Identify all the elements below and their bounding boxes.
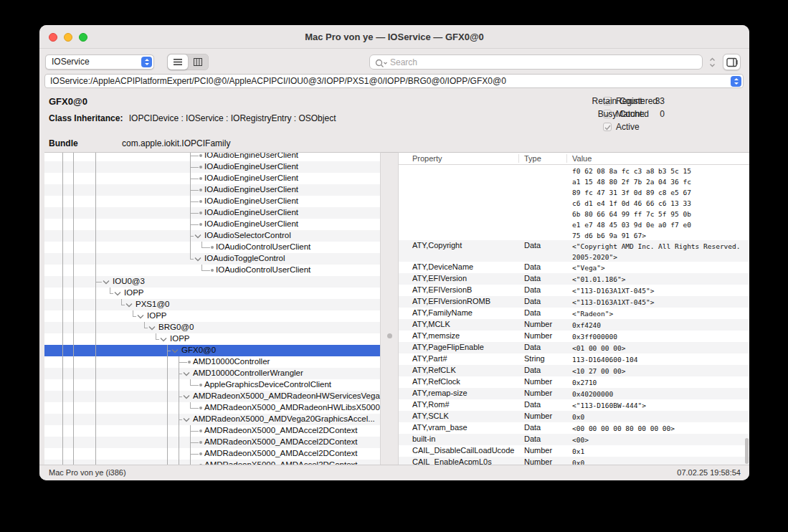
property-value: 113-D1640600-104 (572, 354, 638, 365)
leaf-node-icon (199, 452, 202, 455)
column-divider[interactable] (518, 154, 519, 163)
column-header-property[interactable]: Property (412, 154, 442, 163)
leaf-node-icon (199, 384, 202, 386)
property-name: ATY,Rom# (412, 400, 450, 409)
table-row[interactable]: ATY,EFIVersionData<"01.01.186"> (399, 273, 749, 285)
chevron-down-icon[interactable] (160, 337, 167, 342)
tree-guide-line (95, 153, 96, 465)
chevron-down-icon[interactable] (183, 394, 190, 399)
property-value: <"113-D163A1XT-045"> (572, 297, 654, 308)
leaf-node-icon (199, 177, 202, 180)
pane-splitter[interactable] (380, 152, 399, 465)
tree-node-label: AMD10000ControllerWrangler (193, 369, 303, 377)
property-value: <"113-D163A1XT-045"> (572, 285, 654, 296)
vertical-scrollbar-thumb[interactable] (745, 438, 749, 464)
property-name: ATY,SCLK (412, 412, 449, 420)
table-row[interactable]: ATY,vram_baseData<00 00 00 00 80 00 00 0… (399, 422, 749, 434)
table-row[interactable]: ATY,MCLKNumber0xf4240 (399, 319, 749, 331)
registry-tree-pane[interactable]: IOAudioEngineUserClientIOAudioEngineUser… (44, 152, 380, 465)
column-header-value[interactable]: Value (572, 154, 592, 163)
table-row[interactable]: ATY,PageFlipEnableData<01 00 00 00> (399, 342, 749, 353)
table-row[interactable]: ATY,RefClockNumber0x2710 (399, 376, 749, 388)
title-bar[interactable]: Mac Pro von ye — IOService — GFX0@0 (39, 25, 749, 49)
property-name: ATY,EFIVersionROMB (412, 297, 490, 305)
table-row[interactable]: ATY,Rom#Data<"113-D160BW-444"> (399, 399, 749, 411)
history-stepper[interactable] (707, 56, 718, 69)
property-table-pane[interactable]: Property Type Value f0 62 08 8a fc c3 a8… (399, 152, 749, 465)
property-name: built-in (412, 434, 435, 443)
table-row[interactable]: ATY,DeviceNameData<"Vega"> (399, 262, 749, 273)
chevron-down-icon[interactable] (148, 326, 156, 331)
property-table-header: Property Type Value (399, 153, 749, 165)
plane-selector-dropdown[interactable]: IOService (45, 54, 154, 70)
splitter-handle-icon[interactable] (387, 333, 392, 338)
property-type: Number (524, 377, 552, 386)
list-view-button[interactable] (168, 54, 188, 70)
tree-node-label: AMD10000Controller (193, 357, 270, 366)
table-row[interactable]: ATY,CopyrightData<"Copyright AMD Inc. Al… (399, 240, 749, 262)
property-type: Data (524, 434, 541, 443)
tree-node-label: IOAudioEngineUserClient (204, 152, 298, 159)
table-row[interactable]: f0 62 08 8a fc c3 a8 b3 5c 15 a1 15 48 8… (399, 165, 749, 240)
table-row[interactable]: built-inData<00> (399, 434, 749, 445)
property-type: Data (524, 241, 541, 250)
table-row[interactable]: ATY,EFIVersionROMBData<"113-D163A1XT-045… (399, 296, 749, 308)
tree-node-label: IOPP (170, 334, 189, 343)
path-bar[interactable]: IOService:/AppleACPIPlatformExpert/PCI0@… (44, 74, 744, 88)
chevron-down-icon[interactable] (171, 348, 179, 353)
table-row[interactable]: ATY,RefCLKData<10 27 00 00> (399, 365, 749, 376)
tree-node-label: BRG0@0 (158, 323, 194, 331)
chevron-down-icon[interactable] (183, 417, 190, 422)
table-row[interactable]: CAIL_EnableAcpmL0sNumber0x0 (399, 457, 749, 465)
tree-node-label: IOAudioSelectorControl (204, 231, 291, 239)
counter-value: 33 (647, 96, 665, 106)
property-type: Data (524, 274, 541, 282)
table-row[interactable]: ATY,SCLKNumber0x0 (399, 411, 749, 422)
chevron-down-icon[interactable] (194, 234, 201, 239)
table-row[interactable]: ATY,EFIVersionBData<"113-D163A1XT-045"> (399, 285, 749, 296)
property-type: Data (524, 285, 541, 294)
search-magnifier-icon[interactable] (375, 58, 387, 71)
property-name: ATY,RefCLK (412, 366, 456, 374)
search-input[interactable] (389, 56, 690, 68)
property-type: Data (524, 366, 541, 374)
chevron-down-icon[interactable] (137, 314, 144, 319)
tree-guide-line (62, 153, 63, 465)
property-value: <"113-D160BW-444"> (572, 400, 646, 411)
stepper-icon (707, 56, 718, 69)
property-name: ATY,FamilyName (412, 308, 473, 317)
table-row[interactable]: ATY,Part#String113-D1640600-104 (399, 353, 749, 365)
tree-node-label: AMDRadeonX5000_AMDAccel2DContext (204, 449, 358, 457)
column-divider[interactable] (566, 154, 567, 163)
chevron-down-icon[interactable] (194, 257, 201, 262)
table-row[interactable]: CAIL_DisableCailLoadUcodeNumber0x1 (399, 445, 749, 457)
leaf-node-icon (211, 269, 214, 272)
chevron-down-icon[interactable] (103, 280, 110, 285)
property-value: <"Radeon"> (572, 308, 613, 319)
property-name: ATY,Part# (412, 354, 447, 363)
property-value: <"01.01.186"> (572, 274, 625, 285)
search-field[interactable] (369, 54, 703, 70)
chevron-down-icon[interactable] (183, 371, 190, 376)
path-stepper-icon[interactable] (731, 76, 741, 87)
inspector-toggle-button[interactable] (723, 54, 741, 70)
property-type: Data (524, 262, 541, 271)
leaf-node-icon (199, 212, 202, 214)
property-type: Number (524, 457, 552, 465)
tree-node-label: IOAudioEngineUserClient (204, 162, 298, 171)
table-row[interactable]: ATY,remap-sizeNumber0x40200000 (399, 388, 749, 399)
leaf-node-icon (199, 407, 202, 409)
counter-value: 0 (647, 109, 665, 119)
class-inheritance-value: IOPCIDevice : IOService : IORegistryEntr… (129, 113, 336, 123)
tree-node-label: AppleGraphicsDeviceControlClient (204, 380, 331, 389)
column-view-button[interactable] (188, 54, 208, 70)
leaf-node-icon (199, 441, 202, 444)
column-header-type[interactable]: Type (524, 154, 541, 163)
table-row[interactable]: ATY,FamilyNameData<"Radeon"> (399, 308, 749, 319)
tree-node-label: IOAudioToggleControl (204, 254, 285, 262)
class-inheritance-label: Class Inheritance: (49, 113, 123, 123)
chevron-down-icon[interactable] (114, 291, 121, 296)
table-row[interactable]: ATY,memsizeNumber0x3ff000000 (399, 331, 749, 342)
chevron-down-icon[interactable] (125, 303, 133, 308)
tree-node-label: IOAudioControlUserClient (216, 242, 310, 251)
